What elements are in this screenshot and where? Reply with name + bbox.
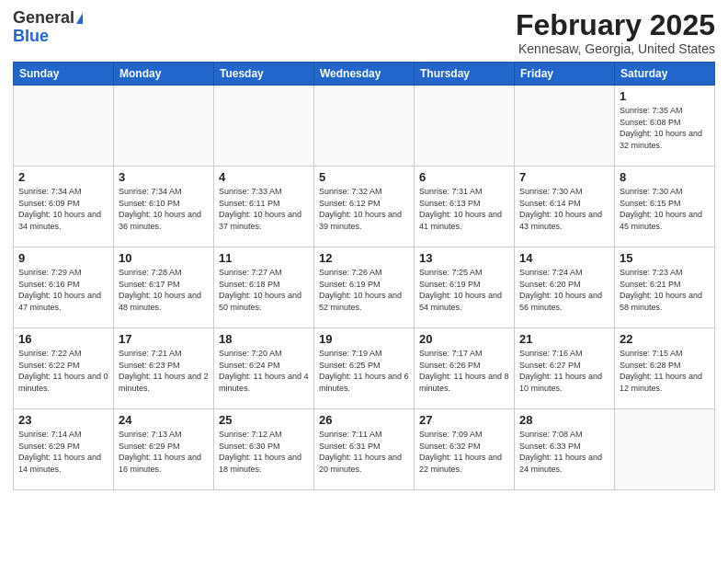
day-cell: 23Sunrise: 7:14 AM Sunset: 6:29 PM Dayli… — [14, 409, 114, 490]
day-cell — [615, 409, 715, 490]
day-cell: 16Sunrise: 7:22 AM Sunset: 6:22 PM Dayli… — [14, 328, 114, 409]
day-cell: 27Sunrise: 7:09 AM Sunset: 6:32 PM Dayli… — [415, 409, 515, 490]
week-row-3: 9Sunrise: 7:29 AM Sunset: 6:16 PM Daylig… — [14, 247, 715, 328]
day-info: Sunrise: 7:17 AM Sunset: 6:26 PM Dayligh… — [419, 348, 509, 394]
day-number: 3 — [119, 170, 209, 184]
day-cell: 1Sunrise: 7:35 AM Sunset: 6:08 PM Daylig… — [615, 86, 715, 167]
day-number: 18 — [219, 332, 309, 346]
weekday-thursday: Thursday — [415, 63, 515, 86]
day-number: 4 — [219, 170, 309, 184]
day-number: 14 — [519, 251, 609, 265]
weekday-wednesday: Wednesday — [314, 63, 415, 86]
day-info: Sunrise: 7:27 AM Sunset: 6:18 PM Dayligh… — [219, 267, 309, 313]
day-number: 11 — [219, 251, 309, 265]
day-number: 27 — [419, 413, 509, 427]
day-cell: 18Sunrise: 7:20 AM Sunset: 6:24 PM Dayli… — [214, 328, 314, 409]
page: General Blue February 2025 Kennesaw, Geo… — [0, 0, 728, 563]
day-info: Sunrise: 7:30 AM Sunset: 6:14 PM Dayligh… — [519, 186, 609, 232]
day-info: Sunrise: 7:12 AM Sunset: 6:30 PM Dayligh… — [219, 429, 309, 475]
day-info: Sunrise: 7:25 AM Sunset: 6:19 PM Dayligh… — [419, 267, 509, 313]
weekday-monday: Monday — [114, 63, 214, 86]
day-cell: 10Sunrise: 7:28 AM Sunset: 6:17 PM Dayli… — [114, 247, 214, 328]
day-cell: 12Sunrise: 7:26 AM Sunset: 6:19 PM Dayli… — [314, 247, 415, 328]
month-title: February 2025 — [516, 9, 715, 41]
day-info: Sunrise: 7:20 AM Sunset: 6:24 PM Dayligh… — [219, 348, 309, 394]
day-number: 24 — [119, 413, 209, 427]
day-cell: 21Sunrise: 7:16 AM Sunset: 6:27 PM Dayli… — [515, 328, 615, 409]
day-info: Sunrise: 7:16 AM Sunset: 6:27 PM Dayligh… — [519, 348, 609, 394]
day-number: 25 — [219, 413, 309, 427]
day-number: 23 — [18, 413, 108, 427]
day-cell: 5Sunrise: 7:32 AM Sunset: 6:12 PM Daylig… — [314, 167, 415, 247]
day-cell — [314, 86, 415, 167]
day-info: Sunrise: 7:24 AM Sunset: 6:20 PM Dayligh… — [519, 267, 609, 313]
weekday-friday: Friday — [515, 63, 615, 86]
day-info: Sunrise: 7:34 AM Sunset: 6:09 PM Dayligh… — [18, 186, 108, 232]
day-cell: 26Sunrise: 7:11 AM Sunset: 6:31 PM Dayli… — [314, 409, 415, 490]
day-info: Sunrise: 7:15 AM Sunset: 6:28 PM Dayligh… — [620, 348, 710, 394]
day-cell: 7Sunrise: 7:30 AM Sunset: 6:14 PM Daylig… — [515, 167, 615, 247]
day-number: 17 — [119, 332, 209, 346]
day-number: 13 — [419, 251, 509, 265]
weekday-saturday: Saturday — [615, 63, 715, 86]
day-cell: 14Sunrise: 7:24 AM Sunset: 6:20 PM Dayli… — [515, 247, 615, 328]
day-cell — [415, 86, 515, 167]
day-number: 26 — [319, 413, 409, 427]
logo-triangle-icon — [76, 13, 83, 24]
day-cell: 17Sunrise: 7:21 AM Sunset: 6:23 PM Dayli… — [114, 328, 214, 409]
calendar: SundayMondayTuesdayWednesdayThursdayFrid… — [13, 62, 715, 490]
day-info: Sunrise: 7:23 AM Sunset: 6:21 PM Dayligh… — [620, 267, 710, 313]
day-number: 19 — [319, 332, 409, 346]
day-cell: 19Sunrise: 7:19 AM Sunset: 6:25 PM Dayli… — [314, 328, 415, 409]
day-info: Sunrise: 7:29 AM Sunset: 6:16 PM Dayligh… — [18, 267, 108, 313]
day-info: Sunrise: 7:11 AM Sunset: 6:31 PM Dayligh… — [319, 429, 409, 475]
day-info: Sunrise: 7:33 AM Sunset: 6:11 PM Dayligh… — [219, 186, 309, 232]
day-info: Sunrise: 7:30 AM Sunset: 6:15 PM Dayligh… — [620, 186, 710, 232]
week-row-5: 23Sunrise: 7:14 AM Sunset: 6:29 PM Dayli… — [14, 409, 715, 490]
week-row-2: 2Sunrise: 7:34 AM Sunset: 6:09 PM Daylig… — [14, 167, 715, 247]
day-info: Sunrise: 7:28 AM Sunset: 6:17 PM Dayligh… — [119, 267, 209, 313]
header: General Blue February 2025 Kennesaw, Geo… — [13, 9, 715, 56]
day-info: Sunrise: 7:32 AM Sunset: 6:12 PM Dayligh… — [319, 186, 409, 232]
header-right: February 2025 Kennesaw, Georgia, United … — [516, 9, 715, 56]
day-cell — [515, 86, 615, 167]
day-number: 9 — [18, 251, 108, 265]
day-cell — [14, 86, 114, 167]
logo-blue-text: Blue — [13, 28, 49, 46]
day-cell: 4Sunrise: 7:33 AM Sunset: 6:11 PM Daylig… — [214, 167, 314, 247]
day-cell: 28Sunrise: 7:08 AM Sunset: 6:33 PM Dayli… — [515, 409, 615, 490]
weekday-tuesday: Tuesday — [214, 63, 314, 86]
day-cell: 8Sunrise: 7:30 AM Sunset: 6:15 PM Daylig… — [615, 167, 715, 247]
day-cell: 3Sunrise: 7:34 AM Sunset: 6:10 PM Daylig… — [114, 167, 214, 247]
day-info: Sunrise: 7:13 AM Sunset: 6:29 PM Dayligh… — [119, 429, 209, 475]
day-cell: 9Sunrise: 7:29 AM Sunset: 6:16 PM Daylig… — [14, 247, 114, 328]
weekday-sunday: Sunday — [14, 63, 114, 86]
day-cell: 15Sunrise: 7:23 AM Sunset: 6:21 PM Dayli… — [615, 247, 715, 328]
day-number: 2 — [18, 170, 108, 184]
day-number: 28 — [519, 413, 609, 427]
day-number: 7 — [519, 170, 609, 184]
day-info: Sunrise: 7:21 AM Sunset: 6:23 PM Dayligh… — [119, 348, 209, 394]
logo-general-text: General — [13, 9, 74, 28]
day-cell: 2Sunrise: 7:34 AM Sunset: 6:09 PM Daylig… — [14, 167, 114, 247]
day-number: 12 — [319, 251, 409, 265]
day-number: 20 — [419, 332, 509, 346]
day-info: Sunrise: 7:35 AM Sunset: 6:08 PM Dayligh… — [620, 105, 710, 151]
day-number: 22 — [620, 332, 710, 346]
day-number: 21 — [519, 332, 609, 346]
logo: General Blue — [13, 9, 83, 46]
location: Kennesaw, Georgia, United States — [516, 41, 715, 56]
day-info: Sunrise: 7:14 AM Sunset: 6:29 PM Dayligh… — [18, 429, 108, 475]
day-cell: 11Sunrise: 7:27 AM Sunset: 6:18 PM Dayli… — [214, 247, 314, 328]
day-info: Sunrise: 7:19 AM Sunset: 6:25 PM Dayligh… — [319, 348, 409, 394]
day-number: 6 — [419, 170, 509, 184]
day-cell: 25Sunrise: 7:12 AM Sunset: 6:30 PM Dayli… — [214, 409, 314, 490]
weekday-header-row: SundayMondayTuesdayWednesdayThursdayFrid… — [14, 63, 715, 86]
day-cell: 13Sunrise: 7:25 AM Sunset: 6:19 PM Dayli… — [415, 247, 515, 328]
day-cell: 20Sunrise: 7:17 AM Sunset: 6:26 PM Dayli… — [415, 328, 515, 409]
day-cell: 6Sunrise: 7:31 AM Sunset: 6:13 PM Daylig… — [415, 167, 515, 247]
day-number: 8 — [620, 170, 710, 184]
day-number: 10 — [119, 251, 209, 265]
day-info: Sunrise: 7:22 AM Sunset: 6:22 PM Dayligh… — [18, 348, 108, 394]
week-row-4: 16Sunrise: 7:22 AM Sunset: 6:22 PM Dayli… — [14, 328, 715, 409]
